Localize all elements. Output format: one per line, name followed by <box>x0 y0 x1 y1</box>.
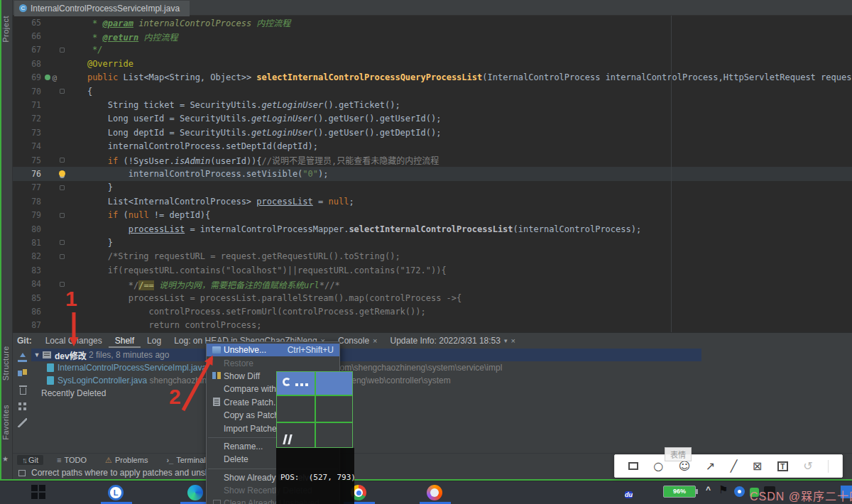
code-line-66[interactable]: 66 * @return 内控流程 <box>13 29 852 43</box>
taskbar-icon-firefox[interactable] <box>427 485 442 500</box>
tray-expand-chevron[interactable]: ^ <box>706 485 711 495</box>
edge-icon <box>187 485 203 500</box>
file-icon <box>47 363 54 372</box>
code-line-82[interactable]: 82 /*String requestURL = request.getRequ… <box>13 250 852 263</box>
toolwindow-button-git[interactable]: Git <box>17 455 43 465</box>
taskbar-icon-edge[interactable] <box>187 485 203 500</box>
group-by-toolbar-icon[interactable] <box>18 402 27 411</box>
fold-marker-icon[interactable] <box>60 213 65 218</box>
code-text: * @param internalControlProcess 内控流程 <box>67 16 852 28</box>
code-line-81[interactable]: 81 } <box>13 236 852 249</box>
close-icon[interactable]: × <box>511 336 515 345</box>
code-line-84[interactable]: 84 *//== 说明为内网，需要把备注的值赋给系统url*//* <box>13 277 852 290</box>
code-line-77[interactable]: 77 } <box>13 181 852 195</box>
menu-item-spacer <box>209 424 224 433</box>
code-text: * @return 内控流程 <box>67 31 852 43</box>
battery-indicator[interactable]: 96% <box>663 486 696 498</box>
shelf-file-row[interactable]: InternalControlProcessServiceImpl.java s… <box>31 361 852 374</box>
menu-item-restore[interactable]: Restore <box>207 356 339 369</box>
code-line-67[interactable]: 67 */ <box>13 43 852 57</box>
toolwindow-button-terminal[interactable]: Terminal <box>161 455 210 465</box>
code-line-78[interactable]: 78 List<InternalControlProcess> processL… <box>13 195 852 208</box>
line-number: 78 <box>13 197 41 207</box>
intention-bulb-icon[interactable] <box>59 170 65 177</box>
line-number: 72 <box>13 114 41 124</box>
code-line-86[interactable]: 86 controlProcess.setFromUrl(controlProc… <box>13 305 852 318</box>
capture-region-border-bottom <box>0 479 852 481</box>
panel-tab-local-changes[interactable]: Local Changes <box>39 334 109 348</box>
code-line-71[interactable]: 71 String ticket = SecurityUtils.getLogi… <box>13 98 852 111</box>
chevron-down-icon[interactable]: ▼ <box>31 351 43 358</box>
undo-tool-icon[interactable]: ↺ <box>803 459 812 473</box>
fold-marker-icon[interactable] <box>60 158 65 163</box>
shelf-file-name: SysLoginController.java <box>58 376 147 385</box>
code-line-76[interactable]: 76 internalControlProcess.setVisible("0"… <box>13 167 852 180</box>
toolwindow-button-todo[interactable]: TODO <box>52 455 92 465</box>
file-icon <box>47 376 54 385</box>
code-line-70[interactable]: 70 { <box>13 84 852 98</box>
fold-marker-icon[interactable] <box>60 48 65 53</box>
baidu-tray-icon[interactable]: du <box>625 487 633 501</box>
taskbar-icon-start[interactable] <box>31 485 45 499</box>
code-line-65[interactable]: 65 * @param internalControlProcess 内控流程 <box>13 16 852 29</box>
panel-tab-update-info-2022-3-31-18-53[interactable]: Update Info: 2022/3/31 18:53▾× <box>384 334 522 348</box>
shelf-group-row[interactable]: ▼ dev修改 2 files, 8 minutes ago <box>31 349 701 361</box>
arrow-tool-icon[interactable]: ↗ <box>706 459 715 473</box>
unshelve-toolbar-icon[interactable] <box>18 353 27 362</box>
code-line-72[interactable]: 72 Long userId = SecurityUtils.getLoginU… <box>13 112 852 126</box>
fold-column <box>57 185 67 190</box>
delete-toolbar-icon[interactable] <box>20 388 26 395</box>
sidebar-item-project[interactable]: Project <box>1 16 10 43</box>
blue-app-tray-icon[interactable] <box>734 486 745 497</box>
close-icon[interactable]: × <box>373 336 377 345</box>
baidu-du-icon: du <box>625 491 633 498</box>
fold-marker-icon[interactable] <box>60 240 65 245</box>
code-text: return controlProcess; <box>67 320 852 330</box>
code-editor[interactable]: 65 * @param internalControlProcess 内控流程6… <box>13 16 852 332</box>
panel-tab-log[interactable]: Log <box>141 334 168 348</box>
fold-marker-icon[interactable] <box>60 185 65 190</box>
mosaic-tool-icon[interactable]: ⊠ <box>753 459 762 473</box>
pen-tool-icon[interactable]: ╱ <box>731 459 738 473</box>
panel-tab-shelf[interactable]: Shelf <box>109 334 141 348</box>
flag-tray-icon[interactable]: ⚑ <box>719 483 728 496</box>
edit-toolbar-icon[interactable] <box>18 418 27 427</box>
fold-marker-icon[interactable] <box>60 89 65 94</box>
csdn-watermark: CSDN @槑序二十四 <box>750 487 852 504</box>
taskbar-icon-browser-l[interactable]: L <box>108 485 124 500</box>
code-text: Long userId = SecurityUtils.getLoginUser… <box>67 114 852 124</box>
sidebar-item-structure[interactable]: Structure <box>1 346 10 380</box>
show-diff-toolbar-icon[interactable] <box>18 369 27 378</box>
line-number: 87 <box>13 320 41 330</box>
sidebar-item-favorites[interactable]: Favorites <box>1 405 10 440</box>
code-text: { <box>67 87 852 97</box>
git-panel-label: Git: <box>17 336 32 346</box>
code-line-80[interactable]: 80 processList = internalControlProcessM… <box>13 222 852 236</box>
rectangle-tool-icon[interactable] <box>628 462 638 470</box>
fold-marker-icon[interactable] <box>60 282 65 287</box>
ellipse-tool-icon[interactable]: ○ <box>653 459 663 473</box>
toolwindow-button-problems[interactable]: Problems <box>100 455 153 466</box>
code-line-85[interactable]: 85 processList = processList.parallelStr… <box>13 291 852 305</box>
code-line-87[interactable]: 87 return controlProcess; <box>13 319 852 332</box>
override-marker-icon[interactable] <box>45 75 50 80</box>
editor-tab-active[interactable]: C InternalControlProcessServiceImpl.java <box>14 1 190 16</box>
code-text: public List<Map<String, Object>> selectI… <box>67 72 852 82</box>
shelf-file-row[interactable]: SysLoginController.java shengchaozhineng… <box>31 374 852 387</box>
code-line-69[interactable]: 69@ public List<Map<String, Object>> sel… <box>13 71 852 84</box>
screenshot-annotation-toolbar: ○☺↗╱⊠T↺ <box>614 454 843 478</box>
menu-item-unshelve[interactable]: Unshelve...Ctrl+Shift+U <box>207 344 339 356</box>
code-line-79[interactable]: 79 if (null != deptId){ <box>13 208 852 221</box>
code-line-73[interactable]: 73 Long deptId = SecurityUtils.getLoginU… <box>13 126 852 139</box>
code-text: if (!SysUser.isAdmin(userId)){//说明不是管理员,… <box>67 154 852 166</box>
text-tool-icon[interactable]: T <box>777 461 788 471</box>
dropdown-arrow-icon[interactable]: ▾ <box>504 337 508 344</box>
menu-item-spacer <box>209 411 224 420</box>
recently-deleted-row[interactable]: Recently Deleted <box>31 387 852 400</box>
battery-icon: 96% <box>663 486 696 498</box>
code-line-74[interactable]: 74 internalControlProcess.setDeptId(dept… <box>13 140 852 153</box>
code-line-68[interactable]: 68 @Override <box>13 57 852 70</box>
code-line-75[interactable]: 75 if (!SysUser.isAdmin(userId)){//说明不是管… <box>13 153 852 167</box>
fold-marker-icon[interactable] <box>60 254 65 259</box>
code-line-83[interactable]: 83 if(requestURL.contains("localhost")||… <box>13 263 852 277</box>
